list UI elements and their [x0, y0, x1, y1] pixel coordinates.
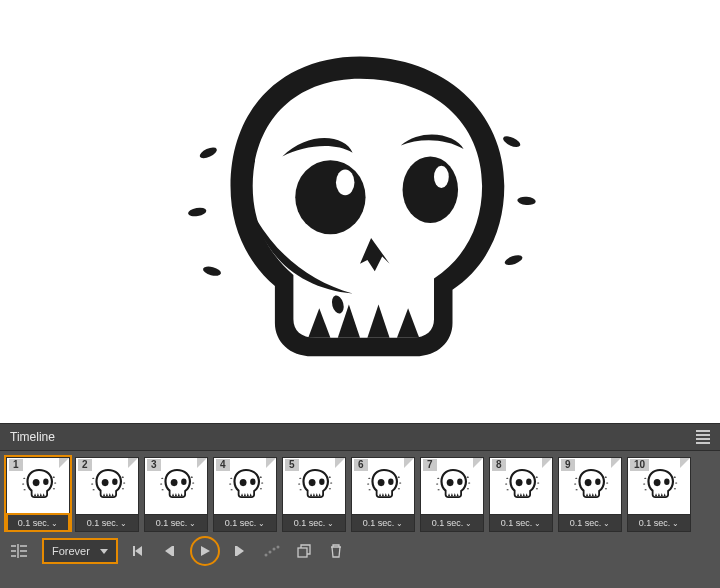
svg-point-61 [438, 489, 440, 490]
svg-point-23 [123, 482, 125, 483]
play-button[interactable] [192, 538, 218, 564]
frame-number: 3 [147, 459, 161, 471]
frame-delay-dropdown[interactable]: 0.1 sec.⌄ [628, 514, 690, 531]
svg-point-22 [122, 477, 124, 478]
svg-point-30 [191, 477, 193, 478]
convert-timeline-icon[interactable] [6, 538, 32, 564]
frame-thumbnail: 7 [421, 458, 483, 514]
svg-point-68 [505, 483, 507, 484]
svg-point-25 [102, 479, 109, 486]
svg-point-49 [309, 479, 316, 486]
frame-delay-label: 0.1 sec. [501, 518, 533, 528]
svg-point-31 [192, 482, 194, 483]
frame-4[interactable]: 40.1 sec.⌄ [213, 457, 277, 532]
frame-1[interactable]: 10.1 sec.⌄ [6, 457, 70, 532]
frame-thumbnail: 3 [145, 458, 207, 514]
skull-artwork [175, 27, 545, 397]
chevron-down-icon: ⌄ [396, 519, 403, 528]
chevron-down-icon: ⌄ [603, 519, 610, 528]
svg-point-63 [468, 482, 470, 483]
svg-point-39 [261, 482, 263, 483]
frame-delay-dropdown[interactable]: 0.1 sec.⌄ [421, 514, 483, 531]
svg-point-42 [250, 479, 255, 485]
svg-point-16 [53, 488, 55, 489]
frame-number: 7 [423, 459, 437, 471]
chevron-down-icon [100, 549, 108, 554]
svg-point-27 [161, 478, 163, 479]
svg-point-79 [606, 482, 608, 483]
frame-delay-dropdown[interactable]: 0.1 sec.⌄ [145, 514, 207, 531]
dogear-icon [266, 458, 276, 468]
next-frame-button[interactable] [230, 540, 250, 562]
frame-10[interactable]: 100.1 sec.⌄ [627, 457, 691, 532]
frame-number: 4 [216, 459, 230, 471]
frame-number: 6 [354, 459, 368, 471]
svg-point-37 [231, 489, 233, 490]
loop-dropdown[interactable]: Forever [44, 540, 116, 562]
frame-7[interactable]: 70.1 sec.⌄ [420, 457, 484, 532]
svg-point-17 [33, 479, 40, 486]
dogear-icon [542, 458, 552, 468]
svg-point-14 [53, 477, 55, 478]
duplicate-frame-button[interactable] [294, 540, 314, 562]
frame-8[interactable]: 80.1 sec.⌄ [489, 457, 553, 532]
frame-2[interactable]: 20.1 sec.⌄ [75, 457, 139, 532]
svg-point-52 [367, 483, 369, 484]
svg-point-91 [264, 554, 267, 557]
svg-point-60 [436, 483, 438, 484]
frame-thumbnail: 10 [628, 458, 690, 514]
svg-point-65 [447, 479, 454, 486]
svg-point-57 [378, 479, 385, 486]
svg-point-33 [171, 479, 178, 486]
svg-point-71 [537, 482, 539, 483]
panel-menu-icon[interactable] [696, 430, 710, 444]
frame-6[interactable]: 60.1 sec.⌄ [351, 457, 415, 532]
svg-point-54 [398, 477, 400, 478]
frame-5[interactable]: 50.1 sec.⌄ [282, 457, 346, 532]
svg-point-82 [595, 479, 600, 485]
svg-point-7 [336, 169, 355, 195]
svg-point-75 [575, 478, 577, 479]
frame-delay-dropdown[interactable]: 0.1 sec.⌄ [490, 514, 552, 531]
timeline-title: Timeline [10, 430, 55, 444]
svg-point-36 [229, 483, 231, 484]
svg-point-24 [122, 488, 124, 489]
chevron-down-icon: ⌄ [534, 519, 541, 528]
delete-frame-button[interactable] [326, 540, 346, 562]
frame-delay-label: 0.1 sec. [570, 518, 602, 528]
frame-delay-dropdown[interactable]: 0.1 sec.⌄ [283, 514, 345, 531]
frame-delay-dropdown[interactable]: 0.1 sec.⌄ [352, 514, 414, 531]
svg-point-5 [503, 253, 523, 267]
tween-button[interactable] [262, 540, 282, 562]
frame-delay-dropdown[interactable]: 0.1 sec.⌄ [559, 514, 621, 531]
svg-point-72 [536, 488, 538, 489]
svg-point-67 [506, 478, 508, 479]
svg-point-15 [54, 482, 56, 483]
svg-point-4 [517, 196, 536, 206]
frame-9[interactable]: 90.1 sec.⌄ [558, 457, 622, 532]
frame-delay-dropdown[interactable]: 0.1 sec.⌄ [214, 514, 276, 531]
dogear-icon [335, 458, 345, 468]
frame-number: 8 [492, 459, 506, 471]
svg-point-73 [516, 479, 523, 486]
svg-point-20 [91, 483, 93, 484]
frame-number: 5 [285, 459, 299, 471]
canvas-area[interactable] [0, 0, 720, 423]
frame-delay-dropdown[interactable]: 0.1 sec.⌄ [7, 514, 69, 531]
dogear-icon [404, 458, 414, 468]
svg-point-87 [675, 482, 677, 483]
chevron-down-icon: ⌄ [120, 519, 127, 528]
first-frame-button[interactable] [128, 540, 148, 562]
svg-point-94 [276, 546, 279, 549]
frame-thumbnail: 6 [352, 458, 414, 514]
svg-point-40 [260, 488, 262, 489]
previous-frame-button[interactable] [160, 540, 180, 562]
svg-point-44 [298, 483, 300, 484]
frame-delay-dropdown[interactable]: 0.1 sec.⌄ [76, 514, 138, 531]
svg-point-89 [654, 479, 661, 486]
svg-point-47 [330, 482, 332, 483]
chevron-down-icon: ⌄ [258, 519, 265, 528]
svg-point-46 [329, 477, 331, 478]
svg-point-35 [230, 478, 232, 479]
frame-3[interactable]: 30.1 sec.⌄ [144, 457, 208, 532]
